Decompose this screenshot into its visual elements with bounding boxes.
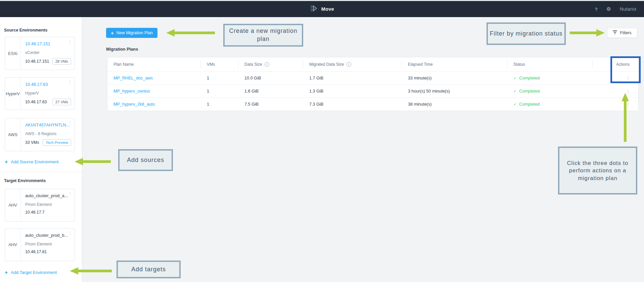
brand-label: Nutanix [620,6,637,12]
env-type-label: AWS [5,118,21,151]
move-logo-icon [310,5,318,13]
vms-cell: 1 [201,102,238,107]
move-app-screen: Move ? ⚙ Nutanix Source Environments ESX… [0,0,644,282]
source-env-card-hyperv: HyperV ⋮ 10.46.17.63 HyperV 10.46.17.63 … [5,77,75,110]
source-env-card-aws: AWS ⋮ AKIAIT457AHYNTLN... AWS - 8 Region… [5,118,75,151]
check-icon: ✓ [513,89,516,94]
env-name: auto_cluster_prod_a... [25,193,72,198]
add-target-environment-link[interactable]: + Add Target Environment [5,270,57,275]
new-migration-plan-button[interactable]: + New Migration Plan [106,28,157,38]
target-environments-title: Target Environments [4,178,46,183]
env-subtitle: vCenter [25,50,72,55]
kebab-menu-icon[interactable]: ⋮ [68,231,72,235]
data-size-cell: 1.6 GiB [238,89,303,94]
elapsed-time-cell: 3 hour(s) 50 minute(s) [402,89,507,94]
env-subtitle: Prism Element [25,202,72,207]
col-header-plan-name: Plan Name [107,60,201,69]
info-icon[interactable]: i [265,62,269,67]
source-environments-title: Source Environments [4,28,47,33]
kebab-menu-icon[interactable]: ⋮ [68,39,72,44]
target-env-card-ahv-a: AHV ⋮ auto_cluster_prod_a... Prism Eleme… [5,189,75,222]
tech-preview-badge: Tech Preview [43,139,71,146]
kebab-menu-icon[interactable]: ⋮ [68,80,72,84]
check-icon: ✓ [513,102,516,107]
filter-icon [613,31,617,35]
migrated-data-size-cell: 1.3 GiB [303,89,402,94]
status-badge: ✓Completed [513,102,593,107]
plan-name-link[interactable]: MP_hyperv_2k8_auto [113,102,155,107]
env-type-label: AHV [5,189,21,221]
col-header-migrated-data-size: Migrated Data Size i [303,60,402,69]
target-env-card-ahv-b: AHV ⋮ auto_cluster_prod_b... Prism Eleme… [5,228,75,261]
migrated-data-size-cell: 1.7 GiB [303,76,402,80]
actions-column-highlight-box [610,56,641,83]
source-env-card-esxi: ESXi ⋮ 10.46.17.151 vCenter 10.46.17.151… [5,37,75,70]
vms-cell: 1 [201,76,238,80]
arrow-to-new-plan-button [166,29,215,37]
arrow-to-add-source-link [75,157,111,166]
callout-create-plan: Create a new migration plan [223,24,303,47]
env-type-label: AHV [5,229,21,261]
env-address: 33 VMs [25,140,39,145]
app-logo-group: Move [310,1,334,17]
col-header-data-size: Data Size i [238,60,303,69]
top-bar: Move ? ⚙ Nutanix [0,1,644,17]
env-address: 10.46.17.151 [25,59,49,64]
arrow-to-filters-button [570,29,605,37]
gear-icon[interactable]: ⚙ [606,6,611,12]
col-header-elapsed-time: Elapsed Time [402,60,507,69]
table-row: MP_hyperv_centos 1 1.6 GiB 1.3 GiB 3 hou… [107,84,638,98]
col-header-status: Status [507,60,593,69]
env-name-link[interactable]: 10.46.17.151 [25,41,72,46]
table-row: MP_hyperv_2k8_auto 1 7.5 GiB 7.3 GiB 38 … [107,98,638,111]
vms-cell: 1 [201,89,238,94]
env-type-label: HyperV [5,78,21,110]
vm-count-badge: 27 VMs [52,99,71,105]
add-source-environment-link[interactable]: + Add Source Environment [5,159,59,164]
env-subtitle: AWS - 8 Regions [25,131,72,136]
col-header-vms: VMs [201,60,238,69]
status-badge: ✓Completed [513,76,593,80]
table-row: MP_RHEL_doc_aws 1 10.0 GiB 1.7 GiB 33 mi… [107,71,638,84]
sidebar-divider [0,172,82,172]
kebab-menu-icon[interactable]: ⋮ [68,191,72,195]
env-address: 10.46.17.81 [25,249,47,254]
env-type-label: ESXi [5,37,21,70]
elapsed-time-cell: 38 minute(s) [402,102,507,107]
arrow-to-add-target-link [70,267,112,275]
migration-plans-heading: Migration Plans [106,47,138,52]
elapsed-time-cell: 33 minute(s) [402,76,507,80]
info-icon[interactable]: i [347,62,351,67]
callout-actions-hint: Click the three dots to perform actions … [558,147,637,194]
plan-name-link[interactable]: MP_RHEL_doc_aws [113,76,153,80]
plan-name-link[interactable]: MP_hyperv_centos [113,89,150,94]
callout-add-targets: Add targets [117,261,181,278]
status-badge: ✓Completed [513,89,593,94]
plus-icon: + [111,30,114,36]
filters-button[interactable]: Filters [607,28,637,38]
check-icon: ✓ [513,76,516,80]
env-subtitle: HyperV [25,91,72,96]
migration-plans-table: Plan Name VMs Data Size i Migrated Data … [107,57,639,111]
kebab-menu-icon[interactable]: ⋮ [68,120,72,125]
callout-filter-status: Filter by migration status [487,22,566,45]
vm-count-badge: 28 VMs [52,58,71,65]
plus-icon: + [5,160,8,164]
env-subtitle: Prism Element [25,242,72,246]
env-name-link[interactable]: 10.46.17.63 [25,82,72,87]
data-size-cell: 10.0 GiB [238,76,303,80]
env-address: 10.46.17.7 [25,210,45,215]
plus-icon: + [5,270,8,275]
env-name: auto_cluster_prod_b... [25,233,72,238]
app-title: Move [321,6,334,12]
migrated-data-size-cell: 7.3 GiB [303,102,402,107]
environments-sidebar: Source Environments ESXi ⋮ 10.46.17.151 … [0,17,82,282]
arrow-to-actions-kebab [621,93,630,142]
help-icon[interactable]: ? [595,6,598,12]
table-header-row: Plan Name VMs Data Size i Migrated Data … [107,57,638,71]
data-size-cell: 7.5 GiB [238,102,303,107]
env-name-link[interactable]: AKIAIT457AHYNTLN... [25,122,72,127]
callout-add-sources: Add sources [118,149,173,171]
env-address: 10.46.17.63 [25,100,47,104]
